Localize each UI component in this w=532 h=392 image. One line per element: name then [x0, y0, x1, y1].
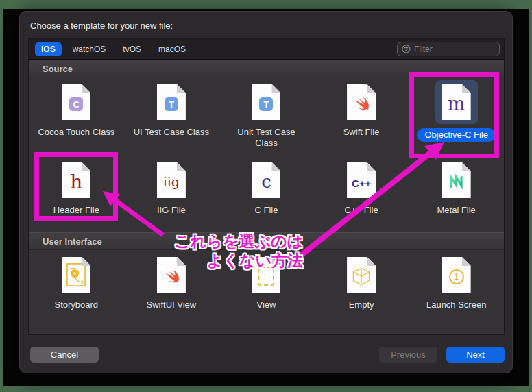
- section-title: User Interface: [43, 236, 102, 247]
- section-header-user-interface: User Interface: [29, 232, 504, 250]
- template-label: Swift File: [343, 127, 380, 138]
- number-one-glyph: 1: [449, 269, 464, 284]
- tab-macos[interactable]: macOS: [152, 42, 192, 56]
- template-cocoa-touch-class[interactable]: C Cocoa Touch Class: [29, 77, 124, 156]
- template-swiftui-view[interactable]: SwiftUI View: [124, 250, 219, 332]
- dialog-title: Choose a template for your new file:: [30, 21, 173, 31]
- class-badge: C: [69, 97, 83, 111]
- tab-ios[interactable]: iOS: [35, 42, 62, 56]
- template-ui-test-case-class[interactable]: T UI Test Case Class: [124, 77, 219, 156]
- template-label: C File: [255, 205, 278, 216]
- template-label: SwiftUI View: [147, 299, 197, 310]
- template-swift-file[interactable]: Swift File: [314, 77, 409, 156]
- cancel-button[interactable]: Cancel: [30, 347, 99, 363]
- template-objective-c-file[interactable]: m Objective-C File: [409, 77, 504, 156]
- template-iig-file[interactable]: iig IIG File: [124, 156, 219, 232]
- template-label: Storyboard: [55, 299, 99, 310]
- template-metal-file[interactable]: Metal File: [409, 156, 504, 232]
- template-grid-row: Storyboard SwiftUI View View: [29, 250, 504, 332]
- header-file-icon: h: [62, 162, 90, 198]
- template-view[interactable]: View: [219, 250, 314, 332]
- section-header-source: Source: [29, 60, 504, 77]
- swift-icon: [157, 257, 186, 293]
- template-cpp-file[interactable]: C++ C++ File: [314, 156, 409, 232]
- template-label: UI Test Case Class: [134, 127, 209, 138]
- new-file-template-dialog: Choose a template for your new file: iOS…: [19, 11, 513, 373]
- storyboard-icon: [62, 257, 90, 293]
- filter-field[interactable]: [397, 42, 500, 56]
- metal-m-icon: [447, 173, 466, 192]
- filter-icon: [402, 45, 411, 53]
- swift-icon: [347, 84, 376, 120]
- template-label: Unit Test Case Class: [226, 127, 306, 149]
- launch-screen-icon: 1: [442, 257, 471, 293]
- template-launch-screen[interactable]: 1 Launch Screen: [409, 250, 504, 332]
- c-file-icon: c: [252, 162, 280, 198]
- unit-test-case-icon: T: [252, 84, 280, 120]
- ui-test-case-icon: T: [157, 84, 186, 120]
- dashed-view-glyph: [258, 267, 274, 286]
- filter-input[interactable]: [414, 45, 495, 54]
- selected-template-label: Objective-C File: [417, 128, 495, 142]
- selection-highlight: m: [435, 80, 478, 124]
- m-glyph: m: [448, 93, 466, 114]
- template-label: Empty: [349, 299, 374, 310]
- template-storyboard[interactable]: Storyboard: [29, 250, 124, 332]
- objective-c-icon: m: [442, 84, 471, 120]
- template-empty[interactable]: Empty: [314, 250, 409, 332]
- cpp-glyph: C++: [352, 177, 371, 189]
- swift-bird-icon: [161, 267, 182, 287]
- h-glyph: h: [70, 171, 82, 193]
- swift-bird-icon: [351, 94, 372, 114]
- test-badge: T: [165, 97, 178, 111]
- next-button[interactable]: Next: [446, 347, 505, 363]
- template-label: IIG File: [157, 205, 186, 216]
- template-label: Launch Screen: [426, 299, 486, 310]
- metal-icon: [442, 162, 471, 198]
- section-title: Source: [43, 64, 73, 74]
- cpp-file-icon: C++: [347, 162, 376, 198]
- previous-button[interactable]: Previous: [379, 347, 437, 363]
- template-header-file[interactable]: h Header File: [29, 156, 124, 232]
- template-chooser-panel: iOS watchOS tvOS macOS Source: [28, 38, 505, 335]
- template-label: Metal File: [437, 205, 475, 216]
- c-glyph: c: [261, 171, 271, 192]
- template-label: C++ File: [345, 205, 378, 216]
- template-label: Header File: [53, 205, 99, 216]
- template-grid-row: C Cocoa Touch Class T UI Test Case Class…: [29, 77, 504, 156]
- test-badge: T: [259, 97, 273, 111]
- template-c-file[interactable]: c C File: [219, 156, 314, 232]
- empty-cube-icon: [347, 257, 376, 293]
- view-icon: [252, 257, 280, 293]
- template-label: View: [257, 299, 276, 310]
- wireframe-cube-icon: [350, 266, 372, 288]
- iig-file-icon: iig: [157, 162, 186, 198]
- template-grid-row: h Header File iig IIG File c C File: [29, 156, 504, 232]
- template-label: Cocoa Touch Class: [38, 127, 114, 138]
- tab-watchos[interactable]: watchOS: [66, 42, 112, 56]
- screenshot-root: Choose a template for your new file: iOS…: [0, 0, 532, 392]
- platform-tabbar: iOS watchOS tvOS macOS: [29, 39, 504, 60]
- template-unit-test-case-class[interactable]: T Unit Test Case Class: [219, 77, 314, 156]
- tab-tvos[interactable]: tvOS: [117, 42, 147, 56]
- cocoa-touch-class-icon: C: [62, 84, 90, 120]
- iig-glyph: iig: [163, 174, 180, 189]
